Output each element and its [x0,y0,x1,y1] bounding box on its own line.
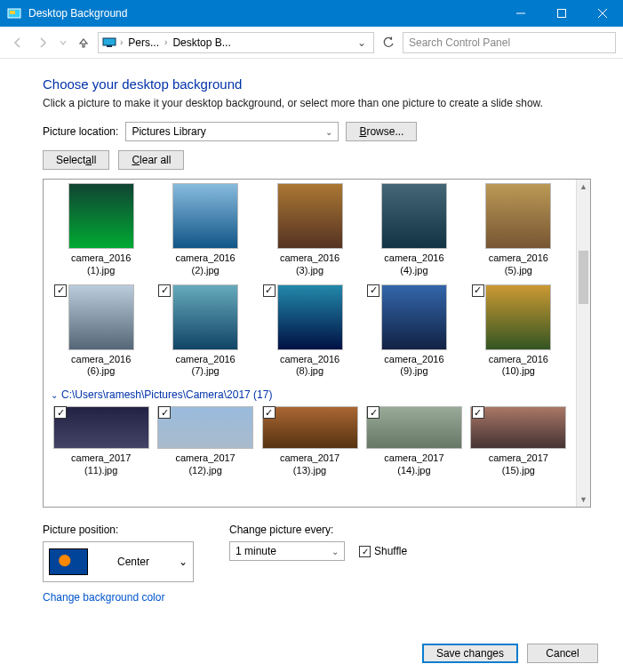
picture-tile[interactable]: ✓camera_2017 (12).jpg [153,404,257,479]
thumbnail-caption: camera_2017 (11).jpg [52,452,149,477]
scroll-down-icon[interactable]: ▼ [577,492,590,507]
picture-tile[interactable]: ✓camera_2017 (11).jpg [49,404,153,479]
thumbnail-image [277,183,343,249]
picture-location-label: Picture location: [43,125,118,138]
chevron-down-icon: ⌄ [331,547,339,556]
save-changes-button[interactable]: Save changes [422,644,518,663]
thumbnail-image [485,284,551,350]
picture-tile[interactable]: ✓camera_2016 (6).jpg [49,283,153,380]
main-content: Choose your desktop background Click a p… [0,59,623,515]
change-bg-color-link[interactable]: Change background color [0,582,623,604]
thumbnail-image [381,284,447,350]
checkbox-icon[interactable]: ✓ [263,284,276,297]
thumbnail-image [485,183,551,249]
breadcrumb-item[interactable]: Pers... [123,36,164,49]
thumbnail-image [366,406,462,449]
picture-tile[interactable]: ✓camera_2016 (10).jpg [467,283,571,380]
thumbnail-image [157,406,253,449]
clear-all-button[interactable]: Clear all [118,150,184,170]
picture-tile[interactable]: camera_2016 (4).jpg [362,181,466,279]
checkbox-icon[interactable]: ✓ [367,406,379,419]
thumbnail-caption: camera_2016 (2).jpg [156,252,253,277]
picture-tile[interactable]: ✓camera_2017 (13).jpg [258,404,362,479]
thumbnail-caption: camera_2016 (6).jpg [52,354,149,379]
refresh-button[interactable] [378,32,399,53]
page-subtext: Click a picture to make it your desktop … [43,97,591,109]
thumbnail-caption: camera_2016 (7).jpg [156,354,253,379]
scroll-up-icon[interactable]: ▲ [577,180,590,194]
checkbox-icon[interactable]: ✓ [54,284,67,297]
thumbnail-caption: camera_2016 (4).jpg [365,252,462,277]
change-every-select[interactable]: 1 minute ⌄ [229,541,345,561]
thumbnail-caption: camera_2017 (12).jpg [156,452,253,477]
picture-tile[interactable]: ✓camera_2016 (8).jpg [258,283,362,380]
picture-tile[interactable]: ✓camera_2017 (14).jpg [362,404,466,479]
picture-tile[interactable]: ✓camera_2017 (15).jpg [467,404,571,479]
scrollbar[interactable]: ▲ ▼ [576,180,590,507]
browse-button[interactable]: BBrowse...rowse... [346,122,417,141]
picture-location-select[interactable]: Pictures Library ⌄ [125,122,339,141]
picture-list: camera_2016 (1).jpgcamera_2016 (2).jpgca… [43,179,591,508]
picture-tile[interactable]: camera_2016 (2).jpg [153,181,257,279]
app-icon [7,6,21,20]
search-input[interactable]: Search Control Panel [403,32,616,53]
change-every-value: 1 minute [236,545,276,557]
checkbox-icon[interactable]: ✓ [263,406,276,419]
back-button[interactable] [7,32,28,53]
picture-position-select[interactable]: Center ⌄ [43,541,194,582]
group-header[interactable]: ⌄ C:\Users\ramesh\Pictures\Camera\2017 (… [51,388,571,401]
breadcrumb-item[interactable]: Desktop B... [167,36,236,49]
thumbnail-image [381,183,447,249]
recent-dropdown[interactable] [57,32,69,53]
checkbox-icon[interactable]: ✓ [472,406,484,419]
bottom-controls: Picture position: Center ⌄ Change pictur… [0,515,623,582]
minimize-button[interactable] [500,0,541,27]
svg-rect-7 [107,45,112,47]
picture-tile[interactable]: camera_2016 (3).jpg [258,181,362,279]
breadcrumb[interactable]: › Pers... › Desktop B... ⌄ [98,32,374,53]
nav-toolbar: › Pers... › Desktop B... ⌄ Search Contro… [0,27,623,59]
svg-rect-3 [558,10,566,18]
thumbnail-caption: camera_2016 (10).jpg [470,354,567,379]
thumbnail-image [172,183,238,249]
monitor-icon [102,36,116,50]
svg-rect-6 [103,38,116,45]
thumbnail-image [470,406,566,449]
thumbnail-caption: camera_2016 (8).jpg [261,354,358,379]
checkbox-icon[interactable]: ✓ [472,284,484,297]
thumbnail-caption: camera_2017 (14).jpg [365,452,462,477]
thumbnail-caption: camera_2017 (15).jpg [470,452,567,477]
select-all-button[interactable]: Select all [43,150,109,170]
picture-tile[interactable]: ✓camera_2016 (9).jpg [362,283,466,380]
group-label: C:\Users\ramesh\Pictures\Camera\2017 (17… [61,388,272,401]
page-heading: Choose your desktop background [43,76,591,92]
chevron-down-icon: ⌄ [179,556,188,568]
picture-tile[interactable]: camera_2016 (5).jpg [467,181,571,279]
thumbnail-image [68,284,134,350]
forward-button[interactable] [32,32,53,53]
shuffle-checkbox[interactable]: ✓ Shuffle [359,545,407,557]
thumbnail-caption: camera_2016 (3).jpg [261,252,358,277]
picture-tile[interactable]: ✓camera_2016 (7).jpg [153,283,257,380]
shuffle-label: Shuffle [374,545,407,557]
thumbnail-image [68,183,134,249]
thumbnail-caption: camera_2016 (1).jpg [52,252,149,277]
thumbnail-image [277,284,343,350]
chevron-down-icon: ⌄ [51,390,58,400]
checkbox-icon[interactable]: ✓ [158,406,171,419]
up-button[interactable] [73,32,94,53]
scrollbar-thumb[interactable] [579,251,588,304]
position-preview-icon [49,548,88,575]
maximize-button[interactable] [541,0,582,27]
breadcrumb-dropdown[interactable]: ⌄ [354,36,370,49]
picture-tile[interactable]: camera_2016 (1).jpg [49,181,153,279]
checkbox-icon[interactable]: ✓ [158,284,171,297]
thumbnail-image [53,406,149,449]
checkbox-icon: ✓ [359,546,371,557]
thumbnail-caption: camera_2016 (9).jpg [365,354,462,379]
cancel-button[interactable]: Cancel [527,644,598,663]
checkbox-icon[interactable]: ✓ [54,406,67,419]
close-button[interactable] [582,0,623,27]
checkbox-icon[interactable]: ✓ [367,284,379,297]
footer: Save changes Cancel [0,644,623,663]
